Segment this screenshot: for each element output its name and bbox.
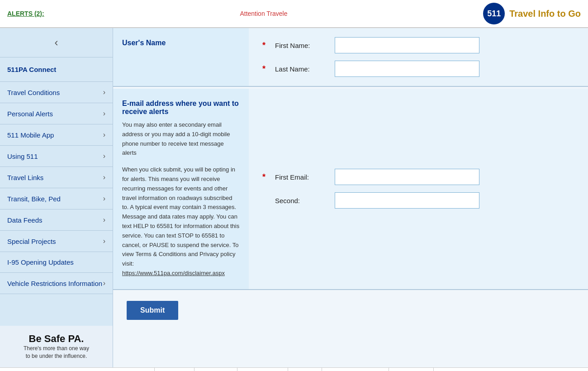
email-desc1: You may also enter a secondary email add… <box>122 120 240 158</box>
second-email-input[interactable] <box>335 192 479 209</box>
form-section-name: User's Name * First Name: * Last Name: <box>113 28 588 87</box>
chevron-right-icon: › <box>103 173 105 181</box>
sidebar: ‹ 511PA Connect Travel Conditions › Pers… <box>0 28 113 367</box>
chevron-right-icon: › <box>103 279 105 287</box>
sidebar-item-label: Transit, Bike, Ped <box>7 195 61 203</box>
footer-accessibility[interactable]: ACCESSIBILITY <box>322 368 389 371</box>
header-right: 511 Travel Info to Go <box>483 3 581 24</box>
disclaimer-link[interactable]: https://www.511pa.com/disclaimer.aspx <box>122 270 225 276</box>
header: ALERTS (2): Attention Travele 511 Travel… <box>0 0 588 28</box>
form-left-email: E-mail address where you want to receive… <box>113 89 249 289</box>
first-name-row: * First Name: <box>262 37 574 53</box>
form-left-name: User's Name <box>113 28 249 86</box>
footer-home[interactable]: HOME <box>154 368 194 371</box>
sidebar-item-transit-bike-ped[interactable]: Transit, Bike, Ped › <box>0 188 113 209</box>
sidebar-item-label: Travel Conditions <box>7 89 60 96</box>
main-content: User's Name * First Name: * Last Name: E… <box>113 28 588 367</box>
sidebar-footer: Be Safe PA. There's more than one wayto … <box>0 326 113 367</box>
be-safe-pa-title: Be Safe PA. <box>7 333 105 345</box>
sidebar-item-label: Vehicle Restrictions Information <box>7 280 102 287</box>
last-name-row: * Last Name: <box>262 61 574 77</box>
last-name-input[interactable] <box>335 61 479 77</box>
chevron-right-icon: › <box>103 195 105 203</box>
section-title-name: User's Name <box>122 39 240 47</box>
chevron-right-icon: › <box>103 88 105 96</box>
second-email-label: Second: <box>275 197 329 205</box>
sidebar-back-button[interactable]: ‹ <box>0 28 113 57</box>
submit-button[interactable]: Submit <box>127 301 178 320</box>
sidebar-item-travel-conditions[interactable]: Travel Conditions › <box>0 82 113 103</box>
attention-text: Attention Travele <box>240 10 287 17</box>
sidebar-item-vehicle-restrictions[interactable]: Vehicle Restrictions Information › <box>0 273 113 294</box>
sidebar-item-label: I-95 Opening Updates <box>7 258 74 266</box>
form-section-email: E-mail address where you want to receive… <box>113 89 588 290</box>
alerts-link[interactable]: ALERTS (2): <box>7 10 44 17</box>
submit-area: Submit <box>113 292 588 329</box>
form-right-name: * First Name: * Last Name: <box>249 28 588 86</box>
main-layout: ‹ 511PA Connect Travel Conditions › Pers… <box>0 28 588 367</box>
sidebar-item-data-feeds[interactable]: Data Feeds › <box>0 209 113 231</box>
first-name-label: First Name: <box>275 42 329 49</box>
required-star-first-email: * <box>262 172 270 182</box>
chevron-right-icon: › <box>103 237 105 245</box>
sidebar-item-label: Travel Links <box>7 174 43 181</box>
sidebar-item-label: Data Feeds <box>7 216 43 224</box>
required-star-firstname: * <box>262 41 270 50</box>
back-arrow-icon: ‹ <box>55 36 58 49</box>
first-email-label: First Email: <box>275 173 329 181</box>
sidebar-item-label: Using 511 <box>7 152 38 160</box>
first-email-row: * First Email: <box>262 169 574 185</box>
footer-nav: HOME ABOUT CONTACT FAQ ACCESSIBILITY PA.… <box>0 367 588 371</box>
chevron-right-icon: › <box>103 109 105 118</box>
section-title-email: E-mail address where you want to receive… <box>122 100 240 116</box>
first-name-input[interactable] <box>335 37 479 53</box>
sidebar-item-511pa-connect[interactable]: 511PA Connect <box>0 57 113 82</box>
sidebar-item-using-511[interactable]: Using 511 › <box>0 146 113 167</box>
be-safe-pa-subtitle: There's more than one wayto be under the… <box>7 345 105 360</box>
first-email-input[interactable] <box>335 169 479 185</box>
sidebar-item-travel-links[interactable]: Travel Links › <box>0 167 113 188</box>
footer-about[interactable]: ABOUT <box>194 368 237 371</box>
sidebar-item-511-mobile-app[interactable]: 511 Mobile App › <box>0 124 113 146</box>
last-name-label: Last Name: <box>275 65 329 73</box>
site-title: Travel Info to Go <box>509 9 581 19</box>
chevron-right-icon: › <box>103 216 105 224</box>
sidebar-item-personal-alerts[interactable]: Personal Alerts › <box>0 103 113 124</box>
footer-contact[interactable]: CONTACT <box>237 368 288 371</box>
sidebar-item-label: Personal Alerts <box>7 110 53 118</box>
form-right-email: * First Email: * Second: <box>249 89 588 289</box>
sidebar-item-label: 511 Mobile App <box>7 131 54 139</box>
sidebar-item-i95-opening-updates[interactable]: I-95 Opening Updates <box>0 252 113 273</box>
sidebar-item-label: Special Projects <box>7 238 56 245</box>
second-email-row: * Second: <box>262 192 574 209</box>
footer-faq[interactable]: FAQ <box>288 368 322 371</box>
footer-pagov[interactable]: PA.GOV <box>389 368 434 371</box>
sidebar-item-special-projects[interactable]: Special Projects › <box>0 231 113 252</box>
chevron-right-icon: › <box>103 152 105 160</box>
required-star-lastname: * <box>262 64 270 74</box>
email-desc2: When you click submit, you will be optin… <box>122 165 240 269</box>
chevron-right-icon: › <box>103 131 105 139</box>
logo: 511 <box>483 3 505 24</box>
